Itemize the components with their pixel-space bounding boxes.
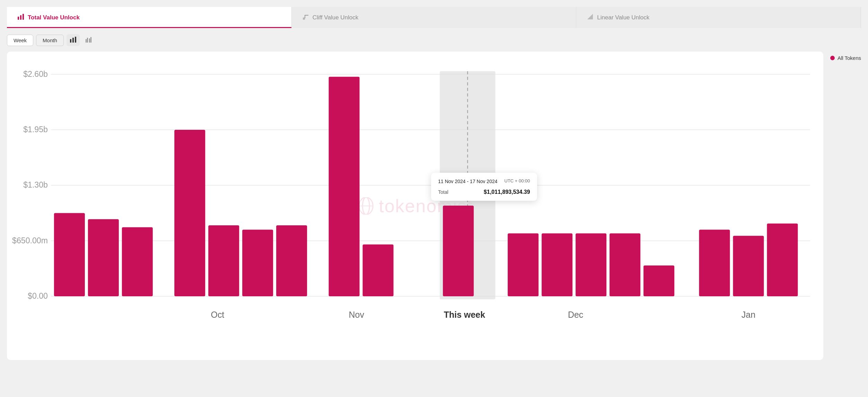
chart-wrapper: tokenomist $2.60b $1.95b $1.30b $650.00m [7, 52, 861, 360]
svg-rect-28 [122, 227, 153, 296]
svg-rect-7 [75, 37, 76, 43]
svg-rect-8 [86, 39, 87, 43]
svg-rect-5 [70, 39, 71, 43]
svg-rect-9 [87, 38, 88, 43]
legend-dot [830, 56, 835, 60]
svg-marker-3 [303, 18, 305, 20]
tabs-container: Total Value Unlock Cliff Value Unlock Li… [7, 7, 861, 28]
tab-total-label: Total Value Unlock [28, 14, 80, 21]
svg-rect-44 [767, 224, 798, 296]
grouped-bar-icon [85, 36, 93, 44]
chart-controls: Week Month [7, 28, 861, 50]
svg-rect-41 [643, 265, 674, 296]
tab-cliff-label: Cliff Value Unlock [313, 14, 359, 21]
svg-rect-10 [89, 38, 90, 43]
svg-rect-42 [699, 230, 730, 296]
svg-rect-2 [23, 14, 24, 20]
svg-rect-34 [363, 244, 394, 296]
legend-label: All Tokens [838, 55, 861, 61]
svg-rect-33 [329, 77, 360, 296]
tab-total-value-unlock[interactable]: Total Value Unlock [7, 7, 292, 28]
svg-text:$1.30b: $1.30b [23, 180, 48, 189]
tab-total-icon [17, 13, 24, 22]
svg-rect-26 [54, 213, 85, 296]
tab-linear-value-unlock[interactable]: Linear Value Unlock [576, 7, 861, 28]
svg-rect-43 [733, 236, 764, 296]
bar-chart-icon [70, 36, 77, 44]
tab-cliff-value-unlock[interactable]: Cliff Value Unlock [292, 7, 577, 28]
svg-marker-4 [587, 14, 593, 19]
svg-rect-27 [88, 219, 119, 296]
svg-rect-38 [542, 233, 572, 296]
svg-rect-32 [276, 225, 307, 296]
svg-text:This week: This week [444, 310, 485, 319]
tab-linear-label: Linear Value Unlock [597, 14, 649, 21]
month-button[interactable]: Month [36, 35, 64, 46]
svg-text:Oct: Oct [211, 310, 224, 319]
week-button[interactable]: Week [7, 35, 33, 46]
svg-rect-40 [610, 233, 640, 296]
bar-chart-svg: $2.60b $1.95b $1.30b $650.00m $0.00 [14, 62, 816, 352]
tab-linear-icon [587, 13, 594, 22]
svg-rect-30 [208, 225, 239, 296]
svg-rect-29 [174, 130, 205, 296]
svg-text:$650.00m: $650.00m [12, 236, 48, 245]
svg-rect-37 [508, 233, 538, 296]
bar-chart-button[interactable] [67, 34, 80, 46]
svg-text:$2.60b: $2.60b [23, 70, 48, 79]
grouped-chart-button[interactable] [82, 34, 96, 46]
chart-container: tokenomist $2.60b $1.95b $1.30b $650.00m [7, 52, 823, 360]
svg-rect-31 [242, 230, 273, 296]
tab-cliff-icon [302, 13, 309, 22]
svg-rect-39 [576, 233, 606, 296]
svg-text:$1.95b: $1.95b [23, 125, 48, 134]
svg-text:Jan: Jan [742, 310, 755, 319]
svg-text:Dec: Dec [568, 310, 583, 319]
svg-rect-0 [18, 17, 19, 20]
svg-text:$0.00: $0.00 [28, 291, 48, 300]
chart-svg-wrapper: $2.60b $1.95b $1.30b $650.00m $0.00 [14, 62, 816, 353]
svg-rect-1 [20, 15, 21, 20]
chart-legend: All Tokens [830, 52, 861, 61]
svg-text:Nov: Nov [349, 310, 365, 319]
svg-rect-36 [443, 206, 474, 296]
svg-rect-6 [72, 38, 74, 43]
svg-rect-11 [90, 37, 91, 43]
